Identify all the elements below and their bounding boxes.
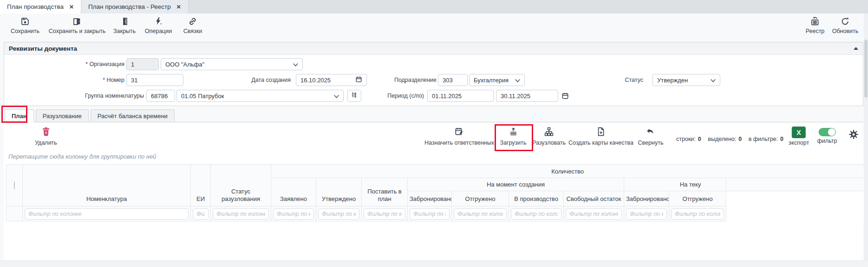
door-icon [119, 16, 130, 27]
selected-count-label: выделено: [708, 136, 736, 142]
department-label: Подразделение [362, 74, 437, 86]
save-button[interactable]: Сохранить [11, 16, 39, 34]
registry-label: Реестр [806, 28, 825, 34]
nomenclature-group-name: 01.05 Патрубок [181, 93, 224, 100]
filter-input-free-balance[interactable] [566, 208, 622, 220]
horizontal-scrollbar[interactable] [0, 260, 868, 267]
collapse-button[interactable]: Свернуть [638, 127, 664, 146]
tab-decompose[interactable]: Разузлование [36, 109, 89, 122]
select-all-checkbox[interactable] [14, 181, 15, 189]
export-label: экспорт [789, 140, 809, 146]
column-header-unit[interactable]: ЕИ [191, 165, 211, 207]
operations-label: Операции [145, 28, 172, 34]
filter-input-requested[interactable] [273, 208, 314, 220]
assign-responsible-button[interactable]: Назначить ответственных [424, 127, 494, 146]
department-select[interactable]: Бухгалтерия [469, 74, 525, 86]
chevron-down-icon [293, 61, 298, 68]
decompose-button[interactable]: Разузловать [532, 127, 566, 146]
filter-input-unit[interactable] [193, 208, 209, 220]
refresh-button[interactable]: Обновить [832, 16, 859, 34]
decompose-label: Разузловать [532, 140, 566, 146]
filter-input-put-to-plan[interactable] [364, 208, 405, 220]
filter-input-in-production[interactable] [511, 208, 561, 220]
chevron-down-icon [515, 77, 520, 84]
period-calendar-button[interactable] [561, 92, 569, 101]
column-header-nomenclature[interactable]: Номенклатура [23, 165, 191, 207]
save-icon [20, 16, 30, 27]
scrollbar-thumb[interactable] [864, 40, 868, 98]
period-from-field[interactable]: 01.11.2025 [427, 90, 494, 102]
export-button[interactable]: X экспорт [789, 127, 809, 146]
tab-plan[interactable]: План [5, 109, 34, 122]
in-filter-count-value: 0 [780, 136, 783, 142]
window-tab-title: План производства - Реестр [88, 3, 171, 10]
grid-settings-button[interactable] [848, 129, 859, 141]
filter-input-nomenclature[interactable] [25, 208, 189, 220]
close-button[interactable]: Закрыть [113, 16, 136, 34]
window-tab-strip: План производства ✕ План производства - … [0, 0, 868, 14]
column-header-decompose-status[interactable]: Статус разузлования [211, 165, 271, 207]
create-quality-cards-button[interactable]: Создать карты качества [568, 127, 633, 146]
save-and-close-button[interactable]: Сохранить и закрыть [49, 16, 105, 34]
status-select[interactable]: Утвержден [653, 74, 720, 86]
department-code-field[interactable]: 303 [438, 74, 468, 86]
band-at-current: На теку [624, 178, 726, 191]
save-close-label: Сохранить и закрыть [49, 28, 105, 34]
chevron-down-icon [711, 77, 716, 84]
filter-cell-checkbox [7, 207, 23, 221]
vertical-scrollbar[interactable] [864, 13, 868, 261]
filter-input-shipped-current[interactable] [671, 208, 724, 220]
status-value: Утвержден [657, 77, 688, 84]
tab-time-balance[interactable]: Расчёт баланса времени [91, 109, 175, 122]
organization-name: ООО "Альфа" [165, 61, 204, 68]
close-icon[interactable]: ✕ [176, 4, 181, 10]
filter-input-shipped[interactable] [454, 208, 507, 220]
link-icon [188, 16, 198, 27]
band-quantity: Количество [271, 165, 864, 178]
panel-header: Реквизиты документа [4, 42, 863, 55]
organization-select[interactable]: ООО "Альфа" [161, 58, 303, 70]
rows-count-label: строки: [676, 136, 696, 142]
nomenclature-group-select[interactable]: 01.05 Патрубок [176, 90, 344, 102]
created-date-field[interactable]: 16.10.2025 [296, 74, 367, 86]
column-header-put-to-plan[interactable]: Поставить в план [362, 178, 408, 207]
column-header-reserved-current[interactable]: Забронировано [624, 191, 669, 207]
registry-button[interactable]: Реестр [806, 16, 825, 34]
collapse-panel-icon[interactable] [854, 47, 858, 50]
filter-input-decompose-status[interactable] [213, 208, 269, 220]
links-button[interactable]: Связки [183, 16, 202, 34]
column-header-reserved[interactable]: Забронировано [408, 191, 452, 207]
column-header-in-production[interactable]: В производство [509, 191, 564, 207]
window-tab-registry[interactable]: План производства - Реестр ✕ [81, 0, 189, 13]
filter-input-approved[interactable] [318, 208, 359, 220]
filter-input-reserved-current[interactable] [626, 208, 667, 220]
load-button[interactable]: Загрузить [500, 127, 526, 146]
column-header-requested[interactable]: Заявлено [271, 178, 316, 207]
selected-count-value: 0 [738, 136, 742, 142]
calendar-icon[interactable] [355, 76, 362, 84]
delete-button[interactable]: Удалить [35, 127, 57, 146]
column-header-free-balance[interactable]: Свободный остаток [564, 191, 624, 207]
lightning-icon [153, 16, 163, 27]
filter-input-reserved[interactable] [410, 208, 450, 220]
nomenclature-group-label: Группа номенклатуры [55, 90, 144, 102]
number-field[interactable]: 31 [126, 74, 183, 86]
column-header-shipped[interactable]: Отгружено [452, 191, 509, 207]
close-label: Закрыть [113, 28, 136, 34]
filter-toggle[interactable]: фильтр [817, 128, 837, 144]
period-to-field[interactable]: 30.11.2025 [496, 90, 558, 102]
toggle-on-icon[interactable] [819, 128, 836, 136]
filter-spacer [726, 207, 864, 221]
column-header-approved[interactable]: Утверждено [316, 178, 362, 207]
close-icon[interactable]: ✕ [69, 4, 74, 10]
operations-button[interactable]: Операции [145, 16, 172, 34]
hierarchy-tree-button[interactable] [347, 90, 361, 102]
window-tab-plan[interactable]: План производства ✕ [0, 0, 81, 14]
grid-counters: строки:0 выделено:0 в фильтре:0 [676, 136, 783, 142]
department-name: Бухгалтерия [474, 77, 509, 84]
header-spacer [726, 191, 864, 207]
nomenclature-group-code-field[interactable]: 68786 [146, 90, 175, 102]
organization-code-field[interactable]: 1 [126, 58, 159, 70]
column-header-shipped-current[interactable]: Отгружено [669, 191, 726, 207]
document-form: * Организация 1 ООО "Альфа" * Номер 31 Д… [4, 55, 863, 106]
